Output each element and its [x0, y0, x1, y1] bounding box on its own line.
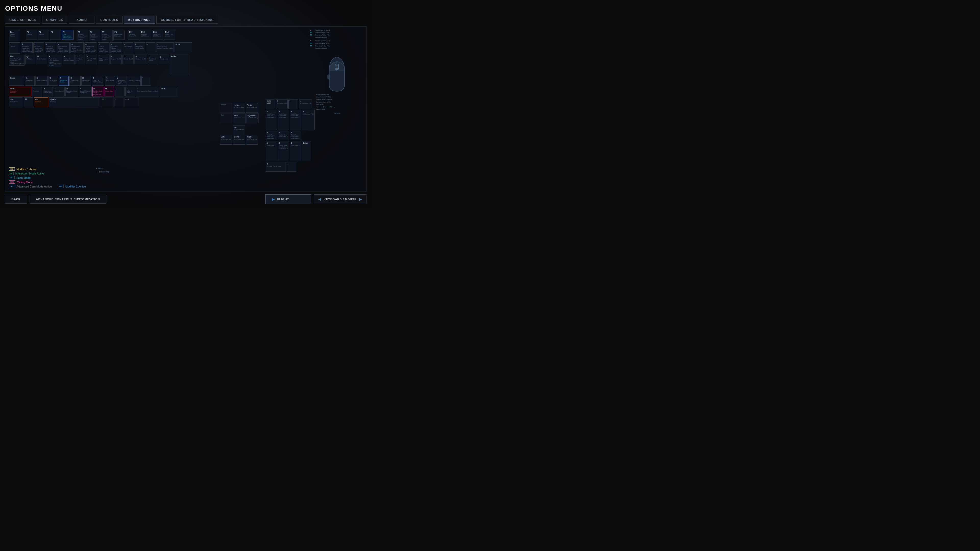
- key-backspace[interactable]: Back: [175, 42, 192, 52]
- key-delete[interactable]: Del: [220, 114, 232, 123]
- key-f12[interactable]: F12 Toggle ChatWindow: [164, 30, 175, 40]
- key-i[interactable]: I Engines On/Off: [110, 55, 122, 64]
- key-ctrl-right[interactable]: Ctrl: [124, 97, 138, 107]
- key-alt-right[interactable]: ALT: [101, 97, 114, 107]
- key-num4[interactable]: 4 Shield RaiseLevel TopLoad / Save 4*: [266, 130, 277, 140]
- key-c[interactable]: C Cruise Control: [54, 87, 65, 97]
- key-t[interactable]: T Exit Seat /Exit: [76, 55, 85, 64]
- key-6[interactable]: 6 Cycle FriendlyTargets•• Reset Friendly…: [84, 42, 97, 53]
- back-button[interactable]: BACK: [5, 195, 27, 203]
- key-k[interactable]: K VTOL Toggle: [105, 76, 115, 86]
- key-4[interactable]: 4 Cycle AttackerTargets•• Reset Attacker…: [57, 42, 70, 53]
- key-num9[interactable]: 9 Shield RaiseLevel BottmLoad / Save 6*: [290, 110, 301, 130]
- key-space[interactable]: Space Strafe Up: [49, 97, 100, 107]
- key-q[interactable]: Q Roll Left: [25, 55, 35, 64]
- key-right[interactable]: Right AC X Offset Pos: [246, 135, 258, 144]
- key-apostrophe[interactable]: ': [142, 76, 151, 86]
- key-minus[interactable]: -: [146, 42, 156, 52]
- key-f8[interactable]: F8 Reset PowerDistribution: [113, 30, 124, 40]
- tab-keybindings[interactable]: KEYBINDINGS: [124, 16, 155, 24]
- key-o[interactable]: O Shields On/Off: [123, 55, 134, 64]
- key-d[interactable]: D Strafe Right: [48, 76, 58, 86]
- key-w[interactable]: W Strafe Forward: [36, 55, 47, 64]
- key-tab[interactable]: Tab Scan Mode ToggleScoreboard*•• P.I.T•…: [9, 55, 24, 65]
- key-numlock[interactable]: NumLock: [266, 99, 275, 109]
- key-backtick[interactable]: ~ Console: [9, 42, 20, 54]
- key-f1[interactable]: F1 Hololize: [26, 30, 37, 40]
- key-pgdn[interactable]: Pgdown AC Z Offset Neg: [247, 114, 259, 123]
- keyboard-prev-icon[interactable]: ◀: [318, 197, 321, 201]
- keyboard-mouse-button[interactable]: ◀ Keyboard / Mouse ▶: [314, 194, 366, 204]
- key-insert[interactable]: Insert: [220, 103, 232, 113]
- key-f11[interactable]: F11 Contacts /2D UI Cursor: [152, 30, 163, 40]
- key-pgup[interactable]: Pgup AC Z Offset Pos: [246, 103, 258, 113]
- key-num8[interactable]: 8 Shield RaiseLevel FrontLoad / Save 6*: [278, 110, 289, 130]
- key-num2[interactable]: 2 Shields ResetLevel Back /Load / Save 2…: [278, 141, 289, 161]
- key-num-slash[interactable]: / AC Reset View: [276, 99, 288, 109]
- key-1[interactable]: 1 Pin Index 1Toggle Lock•• Pin Index 1Ta…: [21, 42, 33, 53]
- key-num7[interactable]: 7 Shield RaiseLevel TopLoad / Save 5*: [266, 110, 277, 130]
- tab-audio[interactable]: AUDIO: [69, 16, 94, 24]
- key-h[interactable]: H Launch CM: [81, 76, 91, 86]
- key-f7[interactable]: F7 IncreaseWeapon Power(DecreaseOthers): [101, 30, 113, 41]
- key-num3[interactable]: 3 Load / Save 3*: [290, 141, 301, 161]
- key-esc[interactable]: Esc Pause /Options: [9, 30, 20, 41]
- key-f2[interactable]: F2 Starmap: [38, 30, 49, 40]
- key-5[interactable]: 5 Cycle HostileTargets•• Reset Selection…: [70, 42, 84, 53]
- key-lbracket[interactable]: [ Reject Invite /Ignore*: [148, 55, 158, 64]
- key-num-dot[interactable]: .: [286, 162, 296, 171]
- key-period[interactable]: . AI TurretsToggle: [125, 87, 135, 97]
- key-shift-left[interactable]: Shift AfterburnerModifier 2: [9, 87, 32, 97]
- key-num6[interactable]: 6 Shield RaiseLevel Right /Load / Save 6…: [290, 130, 301, 140]
- key-2[interactable]: 2 Pin Index 1Toggle Lock•• Pin Index 2To…: [33, 42, 44, 53]
- key-down[interactable]: Down AC Y Offset Neg: [233, 135, 245, 144]
- key-f10[interactable]: F10 Increase2D UI Cursor: [140, 30, 151, 40]
- key-end[interactable]: End AC Def Decrease: [233, 114, 246, 123]
- key-num1[interactable]: 1 Load / Save 1*: [266, 141, 277, 161]
- key-shift-right[interactable]: Shift: [160, 87, 177, 97]
- key-8[interactable]: 8 Cycle Sub-Targets•• Reset All SubTarge…: [110, 42, 122, 53]
- key-9[interactable]: 9 •• Roll Target: [123, 42, 133, 52]
- key-f9[interactable]: F9 DecreasePower / Min: [128, 30, 139, 40]
- key-f5[interactable]: F5 IncreaseEngine Power(DecreaseOthers): [77, 30, 88, 41]
- key-f4[interactable]: F4 CycleCamera View /Advanced Cam: [62, 30, 73, 40]
- key-e[interactable]: E Flight ReadsCycle SelectionForward•• R…: [48, 55, 62, 67]
- key-r[interactable]: R Helo Lock /•• Unlock Target: [63, 55, 75, 64]
- key-comma[interactable]: ,: [115, 87, 124, 97]
- key-l[interactable]: L Toggle Lights•• Toggle LockLights*: [116, 76, 127, 86]
- key-enter[interactable]: Enter: [170, 55, 188, 75]
- key-m[interactable]: M Mining Mode: [104, 87, 115, 97]
- key-y[interactable]: Y Power On/ OffEdit Self: [86, 55, 97, 64]
- key-left[interactable]: Left AC X Offset Neg: [220, 135, 232, 144]
- key-alt-left[interactable]: Alt Modifier 1: [34, 97, 48, 107]
- tab-controls[interactable]: CONTROLS: [96, 16, 123, 24]
- key-num5[interactable]: 5 Shields ResetLoad / Save 5*: [278, 130, 289, 140]
- key-7[interactable]: 7 Cycle AllTargets•• Reset AllTargets Cl…: [98, 42, 110, 53]
- key-num0[interactable]: 0 AC Clear Current Save*: [266, 162, 286, 171]
- key-s[interactable]: S Strafe Backward: [35, 76, 48, 86]
- key-menu[interactable]: ≡: [115, 97, 124, 107]
- key-win[interactable]: ⊞: [24, 97, 33, 107]
- key-rbracket[interactable]: ] Accept Invite: [159, 55, 169, 64]
- key-f[interactable]: F InteractionMode: [59, 76, 68, 86]
- key-g[interactable]: G Toggle GimbalLock: [69, 76, 80, 86]
- key-p[interactable]: P Weapons On/Off: [135, 55, 147, 64]
- flight-button[interactable]: ▶ FLIGHT: [266, 194, 311, 204]
- key-caps[interactable]: Caps: [9, 76, 24, 86]
- key-slash[interactable]: / Cycle Mouse Aim Mode (HOMAS): [136, 87, 159, 97]
- key-j[interactable]: J Cycle CMM1 Afition Cargo: [92, 76, 104, 86]
- key-n[interactable]: N Landing ModeToggle /LR Autoland *: [92, 87, 103, 97]
- advanced-controls-button[interactable]: ADVANCED CONTROLS CUSTOMIZATION: [30, 195, 107, 203]
- key-f6[interactable]: F6 IncreaseShield Power(DecreaseOthers): [89, 30, 100, 41]
- key-b[interactable]: B Speed GT Drive /Engage GT*: [79, 87, 92, 97]
- key-up[interactable]: Up AC Y Offset Pos: [233, 125, 245, 135]
- key-num-enter[interactable]: Enter: [302, 141, 311, 161]
- key-x[interactable]: X Spacebrake•• Wipe Visor: [43, 87, 53, 97]
- key-ctrl-left[interactable]: Ctrl Strafe Down: [9, 97, 23, 107]
- tab-game-settings[interactable]: GAME SETTINGS: [5, 16, 40, 24]
- key-equals[interactable]: + EA Re-Spawn /Detract / Destruct Toggle: [156, 42, 173, 52]
- key-f3[interactable]: F3: [50, 30, 61, 40]
- key-semicolon[interactable]: ; Activate Chat Box: [127, 76, 141, 86]
- keyboard-next-icon[interactable]: ▶: [359, 197, 362, 201]
- key-home[interactable]: Home AC Def Increase: [233, 103, 245, 113]
